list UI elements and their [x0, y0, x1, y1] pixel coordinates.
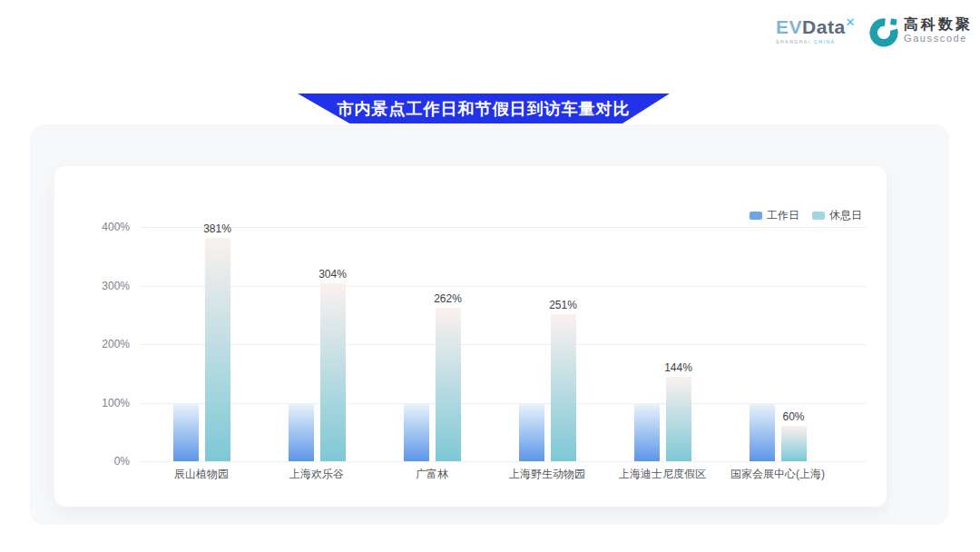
bar-休息日-上海欢乐谷 [320, 283, 346, 461]
bar-休息日-国家会展中心(上海) [781, 426, 807, 461]
bar-工作日-上海迪士尼度假区 [634, 403, 660, 462]
title-banner: 市内景点工作日和节假日到访车量对比 [298, 94, 670, 123]
y-axis-tick: 200% [75, 338, 130, 350]
bar-工作日-上海野生动物园 [519, 403, 544, 462]
x-axis-label: 辰山植物园 [138, 467, 265, 482]
bar-休息日-辰山植物园 [205, 238, 230, 461]
y-axis-tick: 400% [75, 221, 130, 233]
bar-工作日-辰山植物园 [173, 403, 199, 462]
legend-item-休息日[interactable]: 休息日 [812, 208, 862, 223]
y-axis-tick: 100% [75, 397, 130, 409]
gridline-200 [141, 344, 867, 345]
gridline-300 [141, 286, 867, 287]
bar-value-label: 304% [306, 268, 360, 281]
bar-工作日-广富林 [404, 403, 429, 462]
evdata-ev-text: EV [776, 16, 802, 37]
x-axis-label: 上海野生动物园 [484, 467, 611, 482]
y-axis-tick: 0% [75, 455, 130, 468]
page-title: 市内景点工作日和节假日到访车量对比 [338, 98, 631, 120]
evdata-wordmark: EVData✕ [776, 18, 856, 36]
gridline-400 [141, 227, 867, 228]
gausscode-cn-name: 高科数聚 [904, 16, 973, 33]
bar-休息日-上海迪士尼度假区 [666, 377, 691, 461]
bar-休息日-上海野生动物园 [551, 314, 576, 461]
gausscode-logo: 高科数聚 Gausscode [868, 16, 973, 47]
legend-swatch-icon [812, 212, 825, 220]
bar-休息日-广富林 [436, 308, 461, 461]
evdata-logo: EVData✕ SHANGHAI CHINA [776, 18, 856, 44]
legend-label: 工作日 [767, 208, 799, 223]
x-axis-label: 上海迪士尼度假区 [599, 467, 726, 482]
x-axis-label: 广富林 [368, 467, 495, 482]
x-axis-label: 国家会展中心(上海) [714, 467, 841, 482]
bar-工作日-上海欢乐谷 [289, 403, 314, 462]
x-axis-label: 上海欢乐谷 [253, 467, 380, 482]
gausscode-en-name: Gausscode [904, 33, 973, 44]
dashboard-page: EVData✕ SHANGHAI CHINA 高科数聚 Gausscode 市内… [0, 0, 980, 552]
bar-value-label: 381% [191, 222, 245, 235]
evdata-x-icon: ✕ [846, 15, 856, 29]
header-logos: EVData✕ SHANGHAI CHINA 高科数聚 Gausscode [776, 16, 973, 47]
bar-value-label: 262% [421, 292, 475, 305]
legend-swatch-icon [750, 212, 762, 220]
gausscode-text: 高科数聚 Gausscode [904, 16, 973, 44]
legend-label: 休息日 [829, 208, 862, 223]
gausscode-g-icon [868, 16, 899, 47]
evdata-subtitle: SHANGHAI CHINA [776, 39, 835, 44]
chart-legend: 工作日休息日 [750, 208, 862, 223]
plot-area: 0%100%200%300%400%381%辰山植物园304%上海欢乐谷262%… [141, 227, 867, 461]
legend-item-工作日[interactable]: 工作日 [750, 208, 799, 223]
bar-value-label: 251% [536, 299, 591, 311]
bar-value-label: 144% [652, 361, 706, 374]
gridline-0 [141, 461, 867, 462]
bar-value-label: 60% [767, 410, 821, 423]
y-axis-tick: 300% [75, 280, 130, 292]
evdata-data-text: Data [802, 16, 846, 37]
